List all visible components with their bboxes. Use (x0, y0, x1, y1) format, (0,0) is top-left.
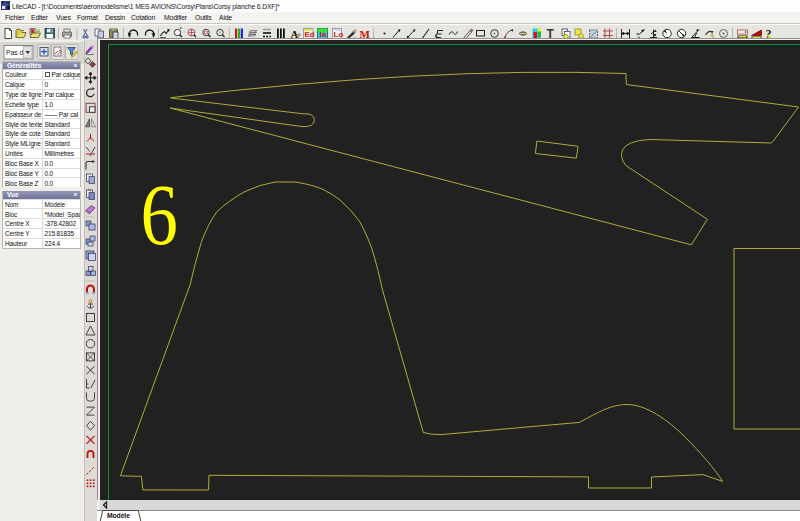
svg-text:6: 6 (141, 167, 178, 262)
svg-text:Pas d: Pas d (6, 49, 24, 56)
